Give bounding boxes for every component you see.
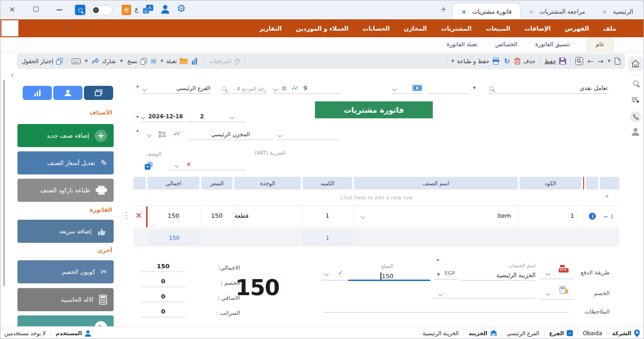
keyboard-button[interactable]	[72, 58, 81, 64]
date-field[interactable]: 2024-12-16	[140, 110, 184, 122]
list-icon[interactable]	[159, 131, 166, 140]
phone-icon[interactable]	[627, 111, 644, 123]
calculator-button[interactable]: الاله الحاسبية	[17, 288, 114, 311]
collapse-sidebar-icon[interactable]: ‹	[11, 71, 14, 79]
close-window-icon[interactable]: ×	[9, 6, 15, 13]
rail-search-icon[interactable]	[627, 81, 644, 86]
warehouse-field[interactable]: المخزن الرئيسي	[188, 128, 273, 140]
taxes-total-value[interactable]: 0	[141, 308, 185, 317]
chevron-down-icon[interactable]	[273, 87, 278, 91]
table-header-unit[interactable]: الوحده	[234, 177, 301, 190]
reference-field[interactable]: رقم المرجع #	[221, 82, 267, 94]
additional-total-value[interactable]: 0	[141, 293, 185, 302]
chevron-down-icon[interactable]: ▼	[120, 59, 123, 63]
close-tab-icon[interactable]: ×	[461, 8, 466, 15]
subtab-fill-invoice[interactable]: تعبئة الفاتورة	[446, 38, 478, 52]
table-header-total[interactable]: اجمالي	[148, 177, 199, 190]
discount-total-value[interactable]: 0	[141, 278, 185, 287]
supplier-search-field[interactable]: تعامل نقدي	[488, 81, 609, 94]
chevron-down-icon[interactable]: ▼	[85, 59, 88, 63]
notes-field[interactable]	[323, 303, 569, 313]
empty-field[interactable]	[427, 82, 470, 94]
branch-selector[interactable]: ✓ الفرع	[549, 330, 573, 337]
edit-prices-button[interactable]: ✎ تعديل أسعار الصنف	[17, 151, 114, 174]
chevron-down-icon[interactable]	[141, 115, 146, 120]
delete-row-icon[interactable]: ✕	[135, 211, 142, 220]
tab-purchase-review[interactable]: مراجعة المشتريات ×	[520, 3, 594, 19]
tab-purchase-invoice[interactable]: فاتورة مشتريات ×	[453, 3, 520, 19]
menu-purchases[interactable]: المشتريات	[441, 25, 471, 32]
chevron-down-icon[interactable]: ▼	[451, 59, 454, 63]
maximize-window-icon[interactable]	[33, 7, 39, 12]
warehouse-secondary-field[interactable]	[277, 128, 339, 140]
chart-button[interactable]	[23, 86, 52, 100]
copy-button[interactable]: نسخ	[127, 58, 147, 65]
scrollbar[interactable]	[3, 80, 5, 286]
add-copy-icon[interactable]: +	[145, 162, 153, 172]
choose-fields-button[interactable]: إختيار الحقول	[22, 58, 63, 65]
back-icon[interactable]: ←	[587, 57, 594, 66]
chevron-down-icon[interactable]	[142, 87, 147, 91]
payment-method-field[interactable]	[540, 270, 574, 279]
check-icon[interactable]: ✓	[338, 269, 343, 276]
hamburger-menu-button[interactable]	[122, 5, 131, 15]
new-tab-button[interactable]: +	[440, 5, 446, 14]
cell-code[interactable]: 1	[520, 212, 580, 219]
menu-customers-suppliers[interactable]: العملاء و الموردين	[296, 25, 349, 32]
menu-accounts[interactable]: الحسابات	[363, 25, 389, 32]
chevron-down-icon[interactable]	[392, 87, 397, 91]
discount-value-field[interactable]	[434, 289, 534, 298]
table-header-price[interactable]: السعر	[201, 177, 232, 190]
quick-add-button[interactable]: إضافة سريعة	[17, 220, 114, 243]
save-print-button[interactable]: حفظ و طباعة ▼	[451, 58, 500, 65]
menu-file[interactable]: ملف	[603, 25, 616, 32]
doc-type-field[interactable]	[219, 110, 246, 122]
chevron-down-icon[interactable]: ▼	[608, 59, 611, 63]
menu-reports[interactable]: التقارير	[259, 25, 281, 32]
form-edit-icon[interactable]	[627, 97, 644, 103]
chevron-down-icon[interactable]: ▼	[473, 86, 476, 90]
info-icon[interactable]: i	[589, 213, 596, 220]
refresh-icon[interactable]: ↻	[504, 57, 510, 66]
share-button[interactable]: شارك	[92, 58, 116, 65]
user-selector[interactable]: المستخدم	[56, 330, 91, 337]
menu-warehouses[interactable]: المخازن	[404, 25, 427, 32]
add-item-button[interactable]: + إضافة صنف جديد	[17, 124, 114, 147]
chevron-down-icon[interactable]	[278, 133, 282, 138]
cell-qty[interactable]: 1	[303, 212, 352, 219]
discount-type-field[interactable]	[540, 290, 574, 299]
cell-price[interactable]: 150	[201, 212, 232, 219]
add-new-row[interactable]: Click here to add a new row	[133, 190, 619, 206]
user-icon[interactable]	[161, 5, 169, 16]
vat-select-field[interactable]: ✕	[169, 158, 246, 170]
minimize-window-icon[interactable]	[57, 9, 62, 10]
amount-input[interactable]: 150	[371, 273, 404, 280]
currency-field[interactable]	[434, 270, 458, 280]
serial-field[interactable]: 2	[186, 110, 218, 122]
forward-icon[interactable]: →	[597, 57, 603, 66]
discount-coupon-button[interactable]: ✂ كوبون الخصم	[17, 260, 114, 283]
total-value[interactable]: 150	[141, 263, 185, 272]
print-barcode-button[interactable]: طباعة باركود الصنف	[17, 179, 114, 202]
delete-button[interactable]: حذف	[514, 58, 536, 65]
language-toggle[interactable]: ع	[135, 6, 139, 13]
save-button[interactable]: حفظ	[545, 58, 566, 65]
clear-icon[interactable]: ✕	[186, 161, 191, 168]
branch-field[interactable]: الفرع الرئيسي	[142, 82, 211, 94]
zoom-button[interactable]	[575, 57, 583, 65]
table-header-code[interactable]: الكود	[520, 177, 581, 190]
cell-name[interactable]: item	[354, 212, 517, 219]
settings-gear-icon[interactable]: ⚙	[177, 3, 186, 14]
subtab-invoice-format[interactable]: تنسيق الفاتورة	[534, 38, 570, 52]
treasury-selector[interactable]: الخزينه	[469, 330, 497, 337]
attachments-button[interactable]: المرفقات	[209, 58, 240, 65]
doc-number-field[interactable]: ⚙ ✓✓ 9	[273, 82, 340, 94]
chevron-down-icon[interactable]	[230, 115, 235, 120]
menu-index[interactable]: الفهرس	[565, 25, 589, 32]
table-header-name[interactable]: اسم الصنف	[354, 177, 518, 190]
menu-sales[interactable]: المبيعات	[486, 25, 510, 32]
gear-icon[interactable]: ⚙	[281, 86, 287, 91]
totals-chart-button[interactable]: Σ	[192, 58, 200, 65]
menu-addons[interactable]: الإضافات	[524, 25, 551, 32]
close-tab-icon[interactable]: ×	[528, 8, 534, 15]
